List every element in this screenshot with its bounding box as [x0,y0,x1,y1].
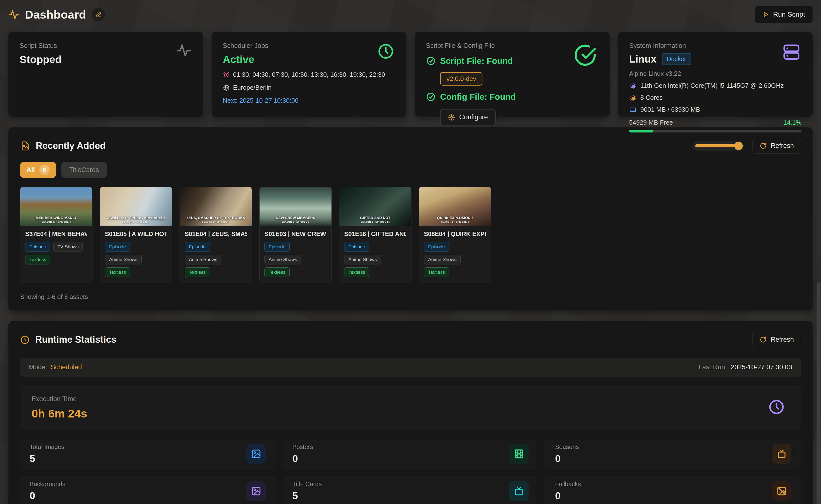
recently-added-section: Recently Added Refresh All 6 TitleCa [8,127,813,310]
dashboard-page: Dashboard Run Script Script Status Stopp… [0,0,821,504]
asset-card[interactable]: GIFTED AND NOTSEASON 1 • EPISODE 16 S01E… [339,187,411,283]
cpu-icon [629,82,637,89]
image-icon [246,444,266,464]
play-icon [762,11,769,18]
stat-backgrounds: Backgrounds0 [20,476,276,504]
top-bar: Dashboard Run Script [8,0,813,29]
card-label: Scheduler Jobs [223,42,395,50]
last-run-value: 2025-10-27 07:30:03 [731,363,792,371]
stat-posters: Posters0 [283,439,538,469]
memory-progress-bar [629,130,802,132]
mode-value: Scheduled [51,363,82,371]
config-file-status: Config File: Found [426,92,598,102]
run-script-button[interactable]: Run Script [755,6,813,23]
script-status-card: Script Status Stopped [8,32,203,117]
configure-button[interactable]: Configure [440,109,496,125]
refresh-icon [760,336,767,343]
asset-card-row: MEN BEHAVING MANLYSEASON 37 • EPISODE 4 … [20,187,801,283]
clock-icon [20,335,30,345]
tag-library: Anime Shows [424,255,461,264]
asset-card[interactable]: A WILD HOT SPRING APPEARED!SEASON 1 • EP… [100,187,172,283]
stats-grid: Total Images5 Posters0 Seasons0 Backgrou… [20,439,801,504]
filter-titlecards-chip[interactable]: TitleCards [61,162,107,178]
refresh-button[interactable]: Refresh [753,332,801,347]
stat-total-images: Total Images5 [20,439,276,469]
asset-caption: S01E05 | A WILD HOT SP... [105,230,167,238]
tag-textless: Textless [265,267,290,277]
server-icon [782,43,801,63]
system-info-card: System Information Linux Docker Alpine L… [618,32,813,117]
gear-icon [448,114,455,121]
asset-card[interactable]: QUIRK EXPLOSION!!SEASON 8 • EPISODE 4 S0… [419,187,491,283]
status-card-row: Script Status Stopped Scheduler Jobs Act… [8,32,813,117]
page-scrollbar[interactable] [817,0,821,504]
distro-version: Alpine Linux v3.22 [629,70,802,77]
next-run-time: Next: 2025-10-27 10:30:00 [223,97,395,104]
image-off-icon [772,481,791,501]
hard-drive-icon [629,106,637,113]
refresh-button[interactable]: Refresh [753,138,801,153]
asset-card[interactable]: ZEUS, SMASHER OF TEXTBOOKSSEASON 1 • EPI… [179,187,252,283]
cpu-row: 11th Gen Intel(R) Core(TM) i5-1145G7 @ 2… [629,82,802,89]
asset-card[interactable]: MEN BEHAVING MANLYSEASON 37 • EPISODE 4 … [20,187,92,283]
tag-episode: Episode [185,242,210,252]
section-title: Runtime Statistics [35,334,116,345]
image-icon [246,481,266,501]
thumbnail-size-slider[interactable] [692,141,744,151]
tag-textless: Textless [185,267,210,277]
execution-time-value: 0h 6m 24s [32,407,789,420]
mode-label: Mode: [29,363,47,371]
tag-episode: Episode [25,242,50,252]
memory-progress-fill [629,130,654,132]
file-image-icon [20,141,30,151]
tag-textless: Textless [424,267,449,277]
cores-row: 8 Cores [629,94,802,101]
asset-caption: S01E03 | NEW CREW ME... [265,230,327,238]
asset-caption: S01E16 | GIFTED AND NOT [344,230,406,238]
scheduler-times-row: 01:30, 04:30, 07:30, 10:30, 13:30, 16:30… [223,71,395,78]
edit-dashboard-button[interactable] [91,8,105,21]
tag-episode: Episode [265,242,290,252]
asset-caption: S37E04 | MEN BEHAVING... [25,230,87,238]
card-label: System Information [629,42,802,50]
slider-thumb[interactable] [734,142,743,150]
files-card: Script File & Config File Script File: F… [415,32,609,117]
scrollbar-thumb[interactable] [817,282,821,504]
execution-time-card: Execution Time 0h 6m 24s [20,386,801,429]
asset-thumbnail: GIFTED AND NOTSEASON 1 • EPISODE 16 [339,187,411,226]
tag-textless: Textless [344,267,369,277]
tag-library: TV Shows [53,242,83,252]
memory-free-label: 54929 MB Free [629,119,673,126]
tag-episode: Episode [344,242,369,252]
alarm-clock-icon [223,71,230,78]
tag-library: Anime Shows [344,255,381,264]
last-run-label: Last Run: [699,363,727,371]
script-status-value: Stopped [20,54,192,66]
tag-episode: Episode [105,242,130,252]
asset-caption: S08E04 | QUIRK EXPLOSI... [424,230,486,238]
activity-pulse-icon [8,9,20,20]
clock-icon [768,398,785,416]
asset-thumbnail: NEW CREW MEMBERSSEASON 1 • EPISODE 3 [260,187,332,226]
docker-badge: Docker [662,53,691,65]
cpu-icon [629,94,637,101]
memory-row: 9001 MB / 63930 MB [629,106,802,113]
tv-icon [772,444,791,464]
all-count-badge: 6 [39,165,50,175]
tag-library: Anime Shows [105,255,142,264]
asset-card[interactable]: NEW CREW MEMBERSSEASON 1 • EPISODE 3 S01… [259,187,332,283]
section-title: Recently Added [36,141,106,151]
asset-thumbnail: A WILD HOT SPRING APPEARED!SEASON 1 • EP… [100,187,172,226]
scheduler-timezone-row: Europe/Berlin [223,84,395,91]
scheduler-jobs-card: Scheduler Jobs Active 01:30, 04:30, 07:3… [212,32,407,117]
activity-pulse-icon [176,43,191,59]
page-title: Dashboard [25,8,86,21]
filter-all-chip[interactable]: All 6 [20,162,56,178]
card-label: Script Status [20,42,192,50]
check-circle-icon [572,43,598,69]
stat-fallbacks: Fallbacks0 [545,476,801,504]
assets-count-text: Showing 1-6 of 6 assets [20,293,801,301]
stat-title-cards: Title Cards5 [283,476,538,504]
asset-thumbnail: ZEUS, SMASHER OF TEXTBOOKSSEASON 1 • EPI… [180,187,252,226]
execution-time-label: Execution Time [32,395,789,403]
